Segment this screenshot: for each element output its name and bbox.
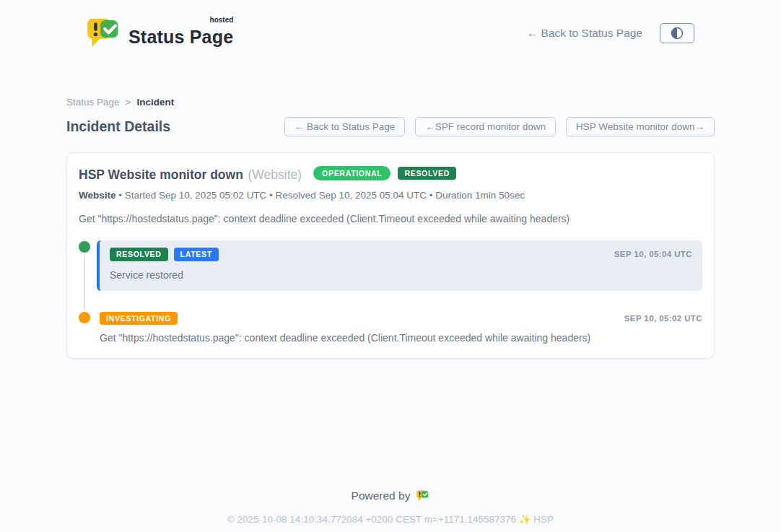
- timeline-resolved-message: Service restored: [110, 269, 692, 281]
- footer: Powered by © 2025-10-08 14:10:34.772084 …: [0, 489, 781, 532]
- timeline-investigating-badge: INVESTIGATING: [100, 312, 178, 326]
- timeline-entry-resolved: RESOLVED LATEST SEP 10, 05:04 UTC Servic…: [79, 240, 702, 291]
- breadcrumb-incident: Incident: [136, 97, 174, 108]
- incident-nav-buttons: ← Back to Status Page ←SPF record monito…: [284, 117, 715, 136]
- incident-description: Get "https://hostedstatus.page": context…: [79, 213, 702, 224]
- timeline-entry-investigating: INVESTIGATING SEP 10, 05:02 UTC Get "htt…: [79, 311, 702, 344]
- breadcrumb-status-page[interactable]: Status Page: [66, 97, 120, 108]
- prev-incident-button[interactable]: ←SPF record monitor down: [415, 117, 556, 136]
- timeline-dot-investigating: [79, 312, 90, 323]
- timeline-resolved-timestamp: SEP 10, 05:04 UTC: [614, 250, 692, 258]
- powered-by-logo-icon: [416, 489, 429, 502]
- brand-name: Status Page: [128, 27, 233, 47]
- incident-card-header: HSP Website monitor down (Website) OPERA…: [79, 163, 702, 183]
- incident-title: HSP Website monitor down: [79, 167, 243, 182]
- powered-by-link[interactable]: Powered by: [352, 489, 430, 502]
- incident-meta-component: Website: [79, 190, 116, 201]
- breadcrumb: Status Page > Incident: [66, 97, 715, 108]
- timeline-investigating-message: Get "https://hostedstatus.page": context…: [100, 332, 702, 344]
- brand-text: hosted Status Page: [128, 18, 233, 48]
- timeline-entry-resolved-body: RESOLVED LATEST SEP 10, 05:04 UTC Servic…: [97, 240, 702, 291]
- title-row: Incident Details ← Back to Status Page ←…: [66, 117, 715, 136]
- timeline-entry-investigating-head: INVESTIGATING SEP 10, 05:02 UTC: [100, 312, 702, 326]
- incident-component: (Website): [248, 167, 302, 182]
- header-right: ← Back to Status Page: [527, 23, 694, 43]
- timeline-entry-resolved-head: RESOLVED LATEST SEP 10, 05:04 UTC: [110, 248, 692, 261]
- page-title: Incident Details: [66, 118, 170, 135]
- breadcrumb-separator: >: [126, 97, 131, 108]
- next-incident-button[interactable]: HSP Website monitor down→: [566, 117, 715, 136]
- contrast-icon: [669, 25, 685, 41]
- timeline-dot-resolved: [79, 241, 90, 253]
- powered-by-label: Powered by: [352, 489, 411, 502]
- timeline-resolved-badge: RESOLVED: [110, 248, 168, 261]
- theme-toggle-button[interactable]: [660, 23, 694, 43]
- timeline-investigating-timestamp: SEP 10, 05:02 UTC: [624, 314, 702, 323]
- back-to-status-page-link[interactable]: ← Back to Status Page: [527, 27, 642, 40]
- incident-title-group: HSP Website monitor down (Website): [79, 163, 306, 183]
- incident-timeline: RESOLVED LATEST SEP 10, 05:04 UTC Servic…: [79, 240, 702, 344]
- brand-logo[interactable]: hosted Status Page: [85, 17, 233, 50]
- copyright-text: © 2025-10-08 14:10:34.772084 +0200 CEST …: [0, 513, 781, 525]
- timeline-entry-investigating-body: INVESTIGATING SEP 10, 05:02 UTC Get "htt…: [97, 311, 702, 344]
- resolved-badge: RESOLVED: [398, 167, 456, 180]
- incident-meta: Website • Started Sep 10, 2025 05:02 UTC…: [79, 190, 702, 201]
- operational-badge: OPERATIONAL: [313, 166, 390, 181]
- main-content: Status Page > Incident Incident Details …: [66, 97, 715, 359]
- timeline-latest-badge: LATEST: [174, 248, 219, 261]
- incident-card: HSP Website monitor down (Website) OPERA…: [66, 152, 715, 359]
- incident-meta-details: • Started Sep 10, 2025 05:02 UTC • Resol…: [116, 190, 525, 201]
- status-bubble-icon: [85, 17, 121, 50]
- timeline-entry-resolved-badges: RESOLVED LATEST: [110, 248, 219, 261]
- brand-superscript: hosted: [210, 16, 234, 24]
- header: hosted Status Page ← Back to Status Page: [0, 0, 781, 55]
- back-to-status-page-button[interactable]: ← Back to Status Page: [284, 117, 406, 136]
